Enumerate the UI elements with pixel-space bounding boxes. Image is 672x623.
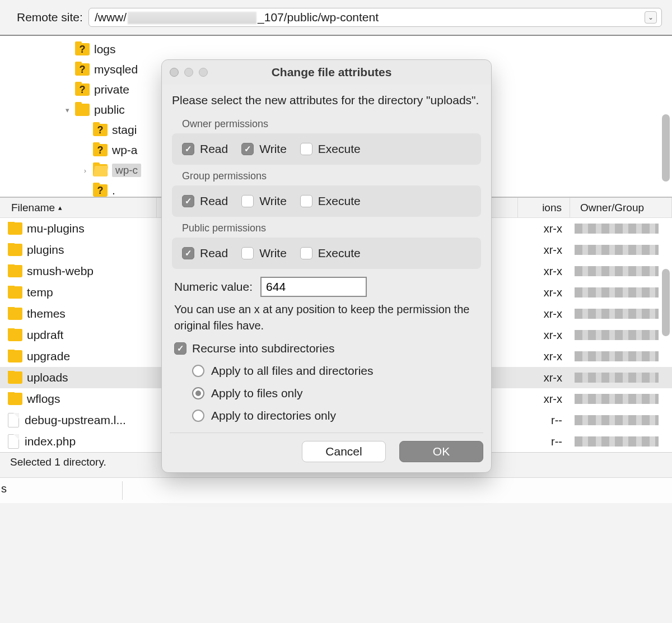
folder-icon [8, 393, 22, 405]
change-file-attributes-dialog: Change file attributes Please select the… [161, 59, 492, 473]
owner-write-checkbox[interactable]: Write [241, 142, 287, 156]
public-execute-checkbox[interactable]: Execute [300, 247, 361, 260]
remote-site-bar: Remote site: /www/_107/public/wp-content… [0, 0, 672, 36]
folder-unknown-icon [75, 43, 90, 55]
path-dropdown-button[interactable]: ⌄ [645, 11, 657, 24]
group-execute-checkbox[interactable]: Execute [300, 194, 361, 208]
checkbox-label: Execute [318, 247, 361, 260]
public-read-checkbox[interactable]: Read [182, 247, 228, 260]
checkbox-label: Read [200, 247, 228, 260]
redacted-owner [575, 245, 659, 255]
cancel-button[interactable]: Cancel [302, 441, 386, 462]
redacted-owner [575, 394, 659, 404]
file-owner [570, 330, 672, 340]
numeric-hint: You can use an x at any position to keep… [172, 301, 481, 340]
tree-item-label: logs [94, 43, 116, 56]
radio-label: Apply to files only [211, 387, 302, 400]
file-permissions: xr-x [517, 286, 570, 299]
file-list-scrollbar[interactable] [662, 269, 670, 336]
radio-icon [192, 365, 204, 377]
file-name: index.php [25, 435, 76, 448]
tree-item-label: wp-a [112, 143, 138, 157]
folder-icon [8, 222, 22, 235]
file-permissions: xr-x [517, 350, 570, 363]
group-label: Owner permissions [172, 113, 481, 133]
remote-path-text: /www/_107/public/wp-content [95, 11, 645, 24]
file-icon [8, 434, 19, 449]
bottom-panel: s [0, 477, 672, 503]
expand-toggle-icon[interactable]: › [80, 166, 91, 175]
recurse-label: Recurse into subdirectories [192, 342, 334, 355]
tree-scrollbar[interactable] [662, 114, 670, 182]
numeric-value-label: Numeric value: [174, 280, 253, 294]
recurse-checkbox[interactable] [174, 342, 186, 355]
checkbox-icon [300, 143, 312, 155]
redacted-owner [575, 351, 659, 361]
column-filename[interactable]: Filename ▴ [0, 198, 157, 217]
checkbox-label: Read [200, 194, 228, 208]
file-name: uploads [27, 371, 68, 384]
expand-toggle-icon[interactable]: ▾ [62, 106, 73, 114]
owner-execute-checkbox[interactable]: Execute [300, 142, 361, 156]
folder-unknown-icon [93, 184, 108, 197]
redacted-owner [575, 373, 659, 383]
owner-read-checkbox[interactable]: Read [182, 142, 228, 156]
checkbox-icon [241, 195, 254, 207]
file-owner [570, 224, 672, 234]
remote-path-input[interactable]: /www/_107/public/wp-content ⌄ [88, 8, 662, 27]
folder-icon [8, 308, 22, 320]
redacted-segment [128, 12, 256, 24]
tree-item-label: public [94, 103, 125, 117]
checkbox-label: Execute [318, 194, 361, 208]
numeric-value-input[interactable] [260, 277, 367, 297]
checkbox-icon [182, 247, 194, 259]
file-owner [570, 309, 672, 319]
folder-unknown-icon [93, 144, 108, 156]
window-close-icon[interactable] [170, 68, 179, 77]
file-name: debug-upstream.l... [25, 413, 126, 427]
ok-button[interactable]: OK [399, 441, 483, 462]
file-name: wflogs [27, 392, 60, 406]
column-owner-group[interactable]: Owner/Group [570, 198, 672, 217]
checkbox-label: Read [200, 142, 228, 156]
apply-dirs-radio[interactable]: Apply to directories only [192, 405, 481, 427]
redacted-owner [575, 309, 659, 319]
group-write-checkbox[interactable]: Write [241, 194, 287, 208]
file-permissions: xr-x [517, 308, 570, 320]
folder-unknown-icon [93, 124, 108, 136]
group-permissions-group: Group permissionsReadWriteExecute [172, 165, 481, 217]
folder-icon [8, 265, 22, 277]
redacted-owner [575, 436, 659, 447]
folder-icon [8, 371, 22, 384]
file-owner [570, 245, 672, 255]
file-permissions: xr-x [517, 244, 570, 257]
file-name: themes [27, 307, 66, 320]
apply-files-radio[interactable]: Apply to files only [192, 382, 481, 405]
folder-icon [8, 286, 22, 299]
bottom-panel-fragment: s [1, 482, 7, 495]
owner-permissions-group: Owner permissionsReadWriteExecute [172, 113, 481, 165]
file-permissions: r-- [517, 435, 570, 448]
file-icon [8, 413, 19, 427]
checkbox-label: Write [259, 194, 287, 208]
column-permissions[interactable]: ions [517, 198, 570, 217]
sort-asc-icon: ▴ [58, 203, 62, 212]
file-name: upgrade [27, 350, 70, 363]
radio-icon [192, 410, 204, 422]
file-permissions: r-- [517, 414, 570, 427]
remote-site-label: Remote site: [17, 11, 83, 24]
apply-all-radio[interactable]: Apply to all files and directories [192, 360, 481, 382]
public-write-checkbox[interactable]: Write [241, 247, 287, 260]
checkbox-icon [300, 247, 312, 259]
dialog-titlebar[interactable]: Change file attributes [162, 60, 491, 85]
group-read-checkbox[interactable]: Read [182, 194, 228, 208]
tree-item[interactable]: logs [0, 39, 672, 59]
file-permissions: xr-x [517, 265, 570, 278]
tree-item-label: private [94, 83, 129, 96]
file-owner [570, 415, 672, 425]
file-permissions: xr-x [517, 329, 570, 342]
tree-item-label: wp-c [112, 164, 141, 177]
file-owner [570, 287, 672, 297]
redacted-owner [575, 224, 659, 234]
group-label: Group permissions [172, 165, 481, 185]
